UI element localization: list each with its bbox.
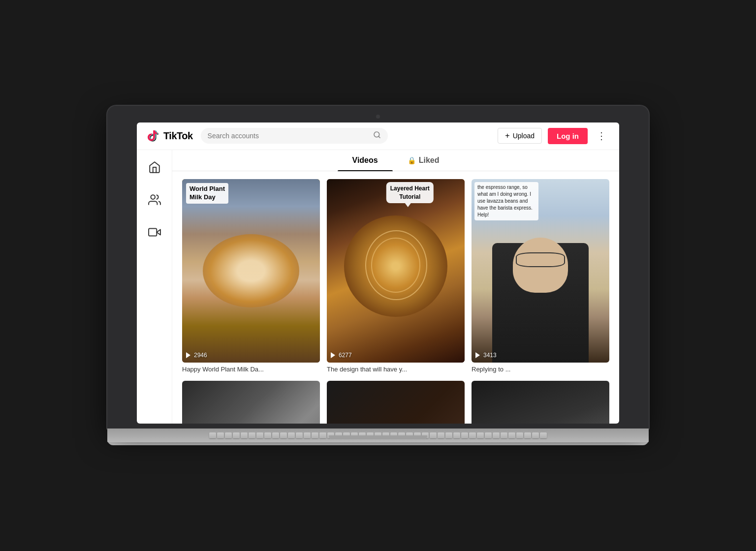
video-thumb-inner-1: World PlantMilk Day 2946 — [182, 179, 320, 363]
tiktok-app: TikTok + U — [137, 122, 619, 424]
key — [335, 432, 342, 438]
content-wrapper: Videos 🔒 Liked — [172, 150, 619, 424]
key — [209, 432, 216, 438]
laptop-screen-bezel: TikTok + U — [107, 106, 649, 429]
key — [249, 432, 255, 438]
video-thumb-3: the espresso range, so what am I doing w… — [472, 179, 609, 363]
videos-grid: World PlantMilk Day 2946 Happy World Pla… — [172, 171, 619, 424]
video-card-2[interactable]: Layered HeartTutorial 6277 The design th… — [327, 179, 465, 374]
tab-videos[interactable]: Videos — [338, 150, 393, 171]
tab-videos-label: Videos — [352, 156, 378, 165]
key — [438, 432, 444, 438]
svg-point-2 — [151, 195, 155, 199]
key — [485, 432, 492, 438]
svg-line-1 — [378, 136, 380, 138]
svg-rect-4 — [149, 228, 157, 236]
video-card-1[interactable]: World PlantMilk Day 2946 Happy World Pla… — [182, 179, 320, 374]
key — [304, 432, 311, 438]
more-button[interactable]: ⋮ — [594, 129, 609, 143]
key — [217, 432, 224, 438]
key — [359, 432, 366, 438]
video-card-6[interactable] — [472, 381, 609, 424]
key — [477, 432, 484, 438]
search-bar[interactable] — [201, 128, 388, 144]
video-thumb-inner-2: Layered HeartTutorial 6277 — [327, 179, 465, 363]
key — [312, 432, 318, 438]
video-play-count-2: 6277 — [331, 352, 352, 359]
key — [414, 432, 421, 438]
key — [343, 432, 350, 438]
key — [390, 432, 397, 438]
key — [351, 432, 358, 438]
key — [225, 432, 232, 438]
key — [524, 432, 531, 438]
search-icon — [373, 131, 381, 141]
key — [233, 432, 240, 438]
key — [406, 432, 413, 438]
laptop-camera — [376, 115, 380, 119]
sidebar-item-following[interactable] — [145, 190, 164, 209]
key — [296, 432, 303, 438]
tiktok-logo-icon — [147, 129, 160, 143]
video-thumb-inner-3: the espresso range, so what am I doing w… — [472, 179, 609, 363]
sidebar-item-live[interactable] — [145, 223, 164, 242]
video-speech-1: the espresso range, so what am I doing w… — [474, 182, 538, 220]
key — [256, 432, 263, 438]
upload-label: Upload — [513, 132, 535, 140]
header-actions: + Upload Log in ⋮ — [498, 128, 609, 144]
key — [367, 432, 374, 438]
video-play-count-1: 2946 — [186, 352, 207, 359]
tab-lock-icon: 🔒 — [408, 156, 416, 164]
key — [445, 432, 452, 438]
play-icon-1 — [186, 352, 192, 358]
video-card-3[interactable]: the espresso range, so what am I doing w… — [472, 179, 609, 374]
video-thumb-6 — [472, 381, 609, 424]
tab-liked-label: Liked — [419, 156, 440, 165]
logo-text: TikTok — [163, 130, 193, 142]
video-caption-3: Replying to ... — [472, 366, 609, 374]
header: TikTok + U — [137, 122, 619, 150]
tabs: Videos 🔒 Liked — [172, 150, 619, 171]
key — [288, 432, 295, 438]
key — [508, 432, 515, 438]
search-input[interactable] — [208, 132, 369, 140]
key — [241, 432, 248, 438]
key — [280, 432, 287, 438]
laptop-base — [107, 429, 649, 439]
video-card-4[interactable] — [182, 381, 320, 424]
video-caption-2: The design that will have y... — [327, 366, 465, 374]
key — [430, 432, 437, 438]
key — [375, 432, 381, 438]
key — [264, 432, 271, 438]
login-button[interactable]: Log in — [548, 128, 588, 144]
svg-marker-3 — [157, 229, 160, 235]
keyboard-area — [107, 429, 649, 442]
upload-plus-icon: + — [505, 131, 509, 140]
content-area: Videos 🔒 Liked — [172, 150, 619, 424]
video-overlay-bubble-2: Layered HeartTutorial — [386, 182, 434, 204]
tab-liked[interactable]: 🔒 Liked — [393, 150, 454, 171]
key — [319, 432, 326, 438]
laptop-wrapper: TikTok + U — [107, 106, 649, 446]
video-play-count-3: 3413 — [475, 352, 497, 359]
video-caption-1: Happy World Plant Milk Da... — [182, 366, 320, 374]
key — [422, 432, 429, 438]
key — [501, 432, 507, 438]
main-layout: Videos 🔒 Liked — [137, 150, 619, 424]
key — [532, 432, 539, 438]
key — [382, 432, 389, 438]
logo-area: TikTok — [147, 129, 193, 143]
key — [327, 432, 334, 438]
video-thumb-4 — [182, 381, 320, 424]
upload-button[interactable]: + Upload — [498, 128, 542, 144]
key — [540, 432, 547, 438]
key — [461, 432, 468, 438]
video-thumb-1: World PlantMilk Day 2946 — [182, 179, 320, 363]
play-icon-3 — [475, 352, 481, 358]
video-card-5[interactable]: How Loud is theBarista Express — [327, 381, 465, 424]
sidebar-item-home[interactable] — [145, 158, 164, 177]
key — [516, 432, 523, 438]
key — [493, 432, 500, 438]
video-overlay-text-1: World PlantMilk Day — [186, 183, 228, 204]
key — [469, 432, 476, 438]
